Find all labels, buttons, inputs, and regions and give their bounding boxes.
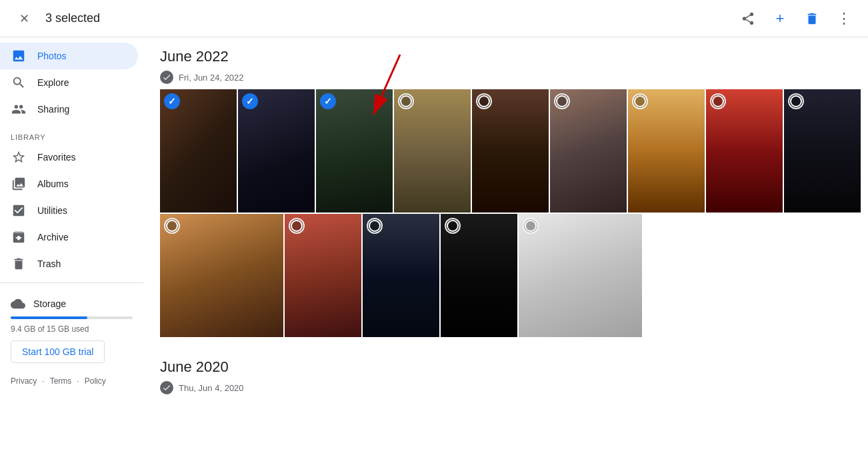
- sidebar-item-utilities[interactable]: Utilities: [0, 197, 138, 224]
- storage-bar-background: [11, 316, 133, 319]
- photo-item-9[interactable]: [784, 89, 861, 213]
- sidebar-item-explore[interactable]: Explore: [0, 69, 138, 96]
- share-icon: [741, 11, 755, 26]
- main-wrapper: June 2022 Fri, Jun 24, 2022: [160, 48, 852, 394]
- cloud-icon: [11, 296, 25, 311]
- photo-checkbox-2[interactable]: [242, 93, 258, 109]
- sidebar-footer: Privacy · Terms · Policy: [0, 371, 143, 391]
- sidebar-item-sharing[interactable]: Sharing: [0, 96, 138, 123]
- photo-checkbox-7[interactable]: [632, 93, 648, 109]
- month-title-june2020: June 2020: [160, 358, 852, 376]
- photo-grid-row1: [160, 89, 852, 213]
- trash-label: Trash: [37, 258, 61, 269]
- policy-link[interactable]: Policy: [85, 376, 106, 386]
- section-june-2020: June 2020 Thu, Jun 4, 2020: [160, 358, 852, 394]
- sidebar-item-archive[interactable]: Archive: [0, 224, 138, 250]
- storage-label: Storage: [11, 296, 133, 311]
- photo-checkbox-11[interactable]: [289, 218, 305, 234]
- photo-checkbox-3[interactable]: [320, 93, 336, 109]
- photo-icon: [11, 48, 27, 64]
- photo-checkbox-9[interactable]: [788, 93, 804, 109]
- section-june-2022: June 2022 Fri, Jun 24, 2022: [160, 48, 852, 337]
- photo-checkbox-8[interactable]: [710, 93, 726, 109]
- sidebar-item-photos[interactable]: Photos: [0, 43, 138, 69]
- favorites-label: Favorites: [37, 152, 76, 163]
- sharing-label: Sharing: [37, 104, 69, 115]
- photo-item-6[interactable]: [550, 89, 627, 213]
- share-button[interactable]: [735, 5, 761, 32]
- header-actions: + ⋮: [735, 5, 857, 32]
- photo-item-8[interactable]: [706, 89, 783, 213]
- storage-bar-fill: [11, 316, 87, 319]
- photo-item-10[interactable]: [160, 214, 283, 337]
- terms-link[interactable]: Terms: [50, 376, 72, 386]
- date-label-june2020: Thu, Jun 4, 2020: [179, 383, 244, 393]
- sidebar-item-favorites[interactable]: Favorites: [0, 144, 138, 171]
- explore-label: Explore: [37, 77, 69, 88]
- photos-label: Photos: [37, 51, 67, 61]
- header-left: ✕ 3 selected: [11, 5, 100, 32]
- photo-item-11[interactable]: [285, 214, 361, 337]
- photo-checkbox-4[interactable]: [398, 93, 414, 109]
- sidebar-item-trash[interactable]: Trash: [0, 250, 138, 277]
- photo-item-4[interactable]: [394, 89, 471, 213]
- trial-button[interactable]: Start 100 GB trial: [11, 340, 105, 363]
- photo-checkbox-12[interactable]: [367, 218, 383, 234]
- storage-usage-text: 9.4 GB of 15 GB used: [11, 324, 133, 334]
- storage-section: Storage 9.4 GB of 15 GB used Start 100 G…: [0, 288, 143, 371]
- close-button[interactable]: ✕: [11, 5, 37, 32]
- utilities-icon: [11, 203, 27, 219]
- sidebar-item-albums[interactable]: Albums: [0, 171, 138, 197]
- date-row-june2020: Thu, Jun 4, 2020: [160, 381, 852, 394]
- sharing-icon: [11, 101, 27, 117]
- photo-checkbox-1[interactable]: [164, 93, 180, 109]
- more-button[interactable]: ⋮: [831, 5, 857, 32]
- month-title-june2022: June 2022: [160, 48, 852, 65]
- photo-checkbox-14[interactable]: [523, 218, 539, 234]
- sidebar: Photos Explore Sharing LIBRARY Favorites: [0, 37, 144, 459]
- date-check-icon-2020: [160, 381, 173, 394]
- photo-item-5[interactable]: [472, 89, 549, 213]
- photo-item-1[interactable]: [160, 89, 237, 213]
- date-check-icon: [160, 71, 173, 84]
- selected-count: 3 selected: [45, 11, 100, 25]
- photo-item-14[interactable]: [519, 214, 642, 337]
- sidebar-divider: [0, 282, 143, 283]
- photo-item-7[interactable]: [628, 89, 705, 213]
- explore-icon: [11, 75, 27, 91]
- photo-checkbox-13[interactable]: [445, 218, 461, 234]
- favorites-icon: [11, 149, 27, 165]
- albums-label: Albums: [37, 179, 69, 189]
- albums-icon: [11, 176, 27, 192]
- photo-item-13[interactable]: [441, 214, 517, 337]
- archive-icon: [11, 229, 27, 245]
- main-content: June 2022 Fri, Jun 24, 2022: [144, 37, 868, 459]
- photo-checkbox-6[interactable]: [554, 93, 570, 109]
- photo-item-2[interactable]: [238, 89, 315, 213]
- add-button[interactable]: +: [767, 5, 793, 32]
- date-label-june24: Fri, Jun 24, 2022: [179, 73, 244, 83]
- utilities-label: Utilities: [37, 205, 67, 216]
- photo-checkbox-10[interactable]: [164, 218, 180, 234]
- photo-checkbox-5[interactable]: [476, 93, 492, 109]
- checkmark-icon: [162, 73, 171, 82]
- photo-item-12[interactable]: [363, 214, 439, 337]
- photo-item-3[interactable]: [316, 89, 393, 213]
- body: Photos Explore Sharing LIBRARY Favorites: [0, 37, 868, 459]
- photo-grid-row2: [160, 214, 852, 337]
- header: ✕ 3 selected + ⋮: [0, 0, 868, 37]
- checkmark-icon-2020: [162, 383, 171, 392]
- date-row-june24: Fri, Jun 24, 2022: [160, 71, 852, 84]
- trash-icon: [11, 256, 27, 272]
- archive-label: Archive: [37, 232, 69, 242]
- delete-button[interactable]: [799, 5, 825, 32]
- library-label: LIBRARY: [0, 123, 143, 144]
- privacy-link[interactable]: Privacy: [11, 376, 37, 386]
- delete-icon: [805, 11, 819, 26]
